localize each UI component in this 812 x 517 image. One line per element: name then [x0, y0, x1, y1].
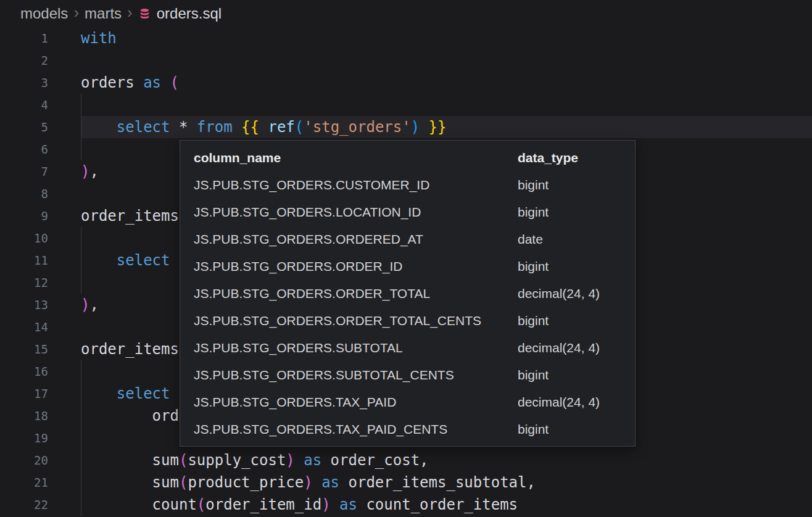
line-content: select * from {{ ref('stg_orders') }}	[81, 116, 812, 138]
code-line-3[interactable]: 3orders as (	[0, 72, 812, 94]
code-token: )	[81, 163, 89, 180]
code-token: with	[81, 30, 117, 47]
code-token: (	[295, 118, 304, 136]
code-token	[331, 496, 339, 513]
code-line-2[interactable]: 2	[0, 49, 812, 72]
line-content: sum(product_price) as order_items_subtot…	[81, 471, 812, 494]
code-token: order_items_subtotal,	[339, 474, 536, 491]
code-line-20[interactable]: 20 sum(supply_cost) as order_cost,	[0, 449, 812, 471]
column-name-cell: JS.PUB.STG_ORDERS.TAX_PAID_CENTS	[194, 422, 518, 437]
code-token	[259, 118, 268, 136]
code-token: )	[321, 496, 330, 513]
code-line-22[interactable]: 22 count(order_item_id) as count_order_i…	[0, 494, 812, 516]
popup-row: JS.PUB.STG_ORDERS.SUBTOTAL_CENTSbigint	[194, 362, 621, 389]
code-token	[81, 452, 152, 469]
line-content	[81, 49, 812, 72]
code-token: sum	[152, 452, 179, 469]
popup-row: JS.PUB.STG_ORDERS.CUSTOMER_IDbigint	[194, 172, 621, 199]
code-token	[81, 118, 117, 136]
popup-row: JS.PUB.STG_ORDERS.TAX_PAID_CENTSbigint	[194, 416, 621, 443]
line-number: 2	[0, 49, 81, 72]
indent-guide	[81, 360, 81, 383]
code-token: from	[197, 118, 233, 136]
line-number: 20	[0, 449, 81, 471]
code-token	[81, 385, 117, 402]
chevron-right-icon: ›	[127, 4, 133, 20]
code-line-21[interactable]: 21 sum(product_price) as order_items_sub…	[0, 471, 812, 494]
popup-row: JS.PUB.STG_ORDERS.ORDER_IDbigint	[194, 253, 621, 280]
code-line-1[interactable]: 1with	[0, 27, 812, 49]
code-token: )	[411, 118, 420, 136]
column-name-cell: JS.PUB.STG_ORDERS.ORDER_TOTAL_CENTS	[194, 313, 518, 328]
breadcrumb-item-marts[interactable]: marts	[85, 5, 122, 22]
breadcrumb-item-models[interactable]: models	[20, 5, 68, 22]
column-name-cell: JS.PUB.STG_ORDERS.LOCATION_ID	[194, 205, 518, 220]
code-token: sum	[152, 474, 179, 491]
code-line-4[interactable]: 4	[0, 94, 812, 116]
code-token: order_items	[81, 341, 179, 358]
code-token: ref	[268, 118, 294, 136]
code-token: order_cost,	[321, 452, 428, 469]
code-token: as	[143, 74, 161, 91]
code-token: (	[197, 496, 205, 513]
code-token: )	[286, 452, 294, 469]
breadcrumb-file[interactable]: orders.sql	[157, 5, 222, 22]
line-number: 22	[0, 494, 81, 516]
code-token: *	[179, 118, 188, 136]
indent-guide	[81, 116, 81, 138]
code-token: 'stg_orders'	[304, 118, 410, 136]
code-token: ,	[89, 296, 98, 313]
indent-guide	[81, 449, 81, 471]
code-token: order_item_id	[205, 496, 321, 513]
data-type-cell: bigint	[518, 422, 621, 437]
popup-row: JS.PUB.STG_ORDERS.TAX_PAIDdecimal(24, 4)	[194, 389, 621, 416]
data-type-cell: decimal(24, 4)	[518, 395, 621, 410]
column-name-cell: JS.PUB.STG_ORDERS.ORDERED_AT	[194, 232, 518, 247]
line-content: orders as (	[81, 72, 812, 94]
line-number: 9	[0, 205, 81, 227]
code-token: count_order_items	[357, 496, 518, 513]
column-info-popup: column_name data_type JS.PUB.STG_ORDERS.…	[180, 140, 636, 447]
breadcrumb: models › marts › orders.sql	[0, 0, 812, 27]
column-name-cell: JS.PUB.STG_ORDERS.TAX_PAID	[194, 395, 518, 410]
code-token: as	[339, 496, 357, 513]
code-token: select	[117, 252, 170, 269]
code-token	[81, 496, 152, 513]
column-name-cell: JS.PUB.STG_ORDERS.CUSTOMER_ID	[194, 178, 518, 192]
indent-guide	[81, 405, 81, 427]
code-token	[420, 118, 428, 136]
code-token	[81, 252, 117, 269]
popup-row: JS.PUB.STG_ORDERS.ORDER_TOTALdecimal(24,…	[194, 280, 621, 307]
column-name-cell: JS.PUB.STG_ORDERS.ORDER_ID	[194, 259, 518, 274]
line-number: 8	[0, 183, 81, 205]
code-token: select	[117, 385, 170, 402]
code-token	[188, 118, 196, 136]
line-number: 18	[0, 405, 81, 427]
line-number: 7	[0, 160, 81, 183]
indent-guide	[81, 271, 81, 294]
code-token: (	[179, 452, 188, 469]
code-line-5[interactable]: 5 select * from {{ ref('stg_orders') }}	[0, 116, 812, 138]
code-token	[295, 452, 304, 469]
popup-row: JS.PUB.STG_ORDERS.ORDERED_ATdate	[194, 226, 621, 253]
column-name-cell: JS.PUB.STG_ORDERS.SUBTOTAL_CENTS	[194, 368, 518, 383]
line-number: 17	[0, 383, 81, 405]
indent-guide	[81, 494, 81, 516]
code-token	[161, 74, 170, 91]
popup-row: JS.PUB.STG_ORDERS.SUBTOTALdecimal(24, 4)	[194, 334, 621, 362]
code-token: product_price	[188, 474, 304, 491]
line-number: 13	[0, 294, 81, 316]
data-type-cell: bigint	[518, 368, 621, 383]
indent-guide	[81, 249, 81, 271]
indent-guide	[81, 94, 81, 116]
line-number: 11	[0, 249, 81, 271]
line-number: 5	[0, 116, 81, 138]
code-token: ord	[152, 407, 179, 424]
code-token: count	[152, 496, 197, 513]
data-type-cell: decimal(24, 4)	[518, 341, 621, 355]
line-number: 19	[0, 427, 81, 449]
data-type-cell: decimal(24, 4)	[518, 286, 621, 301]
code-token	[233, 118, 241, 136]
popup-col-header-type: data_type	[518, 151, 621, 165]
data-type-cell: bigint	[518, 205, 621, 220]
